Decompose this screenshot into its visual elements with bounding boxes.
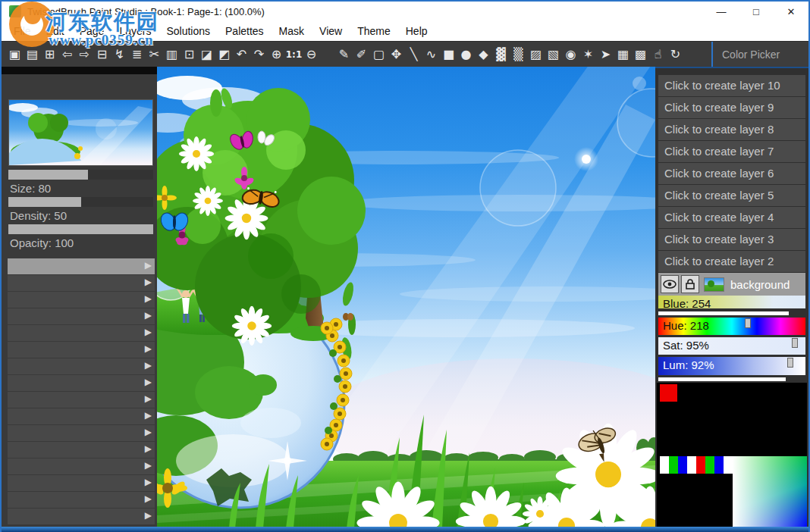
hue-slider[interactable]: Hue: 218 [658, 318, 805, 335]
brush-shortcut-row[interactable]: ▶ [8, 358, 155, 374]
lum-slider[interactable]: Lum: 92% [658, 357, 805, 375]
menu-item-help[interactable]: Help [398, 23, 435, 39]
menu-item-edit[interactable]: Edit [39, 23, 72, 39]
blue-slider[interactable]: Blue: 254 [658, 296, 805, 308]
menu-item-mask[interactable]: Mask [272, 23, 312, 39]
crop-icon[interactable]: ▢ [370, 45, 388, 64]
open-page-icon[interactable]: ⊞ [41, 45, 58, 64]
brush-shortcut-row[interactable]: ▶ [8, 475, 155, 491]
paste-icon[interactable]: ⊡ [181, 45, 198, 64]
color-swatch[interactable] [687, 456, 696, 474]
maximize-button[interactable]: □ [739, 2, 774, 21]
brush-preview-image[interactable] [8, 99, 153, 166]
color-picker-area[interactable] [657, 383, 807, 528]
paint-brush-icon[interactable]: ✎ [335, 45, 353, 64]
ellipse-select-icon[interactable]: ● [457, 45, 475, 64]
layer-slot[interactable]: Click to create layer 5 [658, 185, 805, 206]
sat-slider-handle[interactable] [792, 338, 798, 348]
menu-item-palettes[interactable]: Palettes [218, 23, 272, 39]
sat-slider[interactable]: Sat: 95% [658, 337, 805, 355]
layer-slot[interactable]: Click to create layer 10 [658, 75, 805, 96]
clone-icon[interactable]: ◩ [215, 45, 233, 64]
brush-shortcut-row[interactable]: ▶ [8, 509, 155, 524]
size-slider[interactable] [8, 170, 153, 180]
menu-item-solutions[interactable]: Solutions [159, 23, 218, 39]
layer-slot[interactable]: Click to create layer 2 [658, 251, 805, 272]
pattern-corner-icon[interactable]: ▧ [545, 45, 562, 64]
eyedropper-icon[interactable]: ✐ [353, 45, 370, 64]
current-color-swatch[interactable] [660, 384, 677, 402]
prev-page-icon[interactable]: ⇦ [58, 45, 76, 64]
opacity-slider[interactable] [8, 224, 153, 234]
saturation-luminance-picker[interactable] [733, 456, 807, 528]
hue-slider-handle[interactable] [745, 318, 751, 328]
layer-visibility-button[interactable] [661, 275, 679, 293]
brush-shortcut-row[interactable]: ▶ [8, 375, 155, 391]
brush-shortcut-row[interactable]: ▶ [8, 442, 155, 458]
pattern-circle-icon[interactable]: ◉ [562, 45, 579, 64]
color-swatch[interactable] [714, 456, 724, 474]
menu-item-layers[interactable]: Layers [111, 23, 159, 39]
zoom-out-icon[interactable]: ⊖ [303, 45, 320, 64]
magic-wand-icon[interactable]: ✶ [579, 45, 597, 64]
line-icon[interactable]: ╲ [405, 45, 422, 64]
lum-slider-handle[interactable] [787, 358, 793, 368]
pattern-ellipse-icon[interactable]: ▨ [527, 45, 545, 64]
cut-icon[interactable]: ✂ [146, 45, 163, 64]
fill-icon[interactable]: ◆ [475, 45, 492, 64]
layer-lock-button[interactable] [681, 275, 699, 293]
next-page-icon[interactable]: ⇨ [76, 45, 93, 64]
color-swatch[interactable] [660, 456, 669, 474]
density-slider[interactable] [8, 197, 153, 207]
script-list-icon[interactable]: ≣ [128, 45, 146, 64]
close-button[interactable]: ✕ [774, 2, 808, 21]
color-swatch[interactable] [678, 456, 687, 474]
add-page-icon[interactable]: ⊟ [93, 45, 111, 64]
menu-item-page[interactable]: Page [72, 23, 112, 39]
undo-icon[interactable]: ↶ [233, 45, 250, 64]
color-swatch[interactable] [696, 456, 705, 474]
grid-paste-icon[interactable]: ▩ [632, 45, 649, 64]
pan-hand-icon[interactable]: ☝ [649, 45, 667, 64]
layer-slot[interactable]: Click to create layer 9 [658, 97, 805, 118]
brush-shortcut-row[interactable]: ▶ [8, 275, 155, 291]
brush-shortcut-row[interactable]: ▶ [8, 308, 155, 324]
save-icon[interactable]: ▣ [6, 45, 24, 64]
brush-shortcut-row[interactable]: ▶ [8, 292, 155, 308]
layer-slot[interactable]: Click to create layer 4 [658, 207, 805, 228]
rect-select-icon[interactable]: ■ [440, 45, 457, 64]
minimize-button[interactable]: — [704, 2, 739, 21]
rotate-view-icon[interactable]: ↻ [667, 45, 684, 64]
grid-copy-icon[interactable]: ▦ [614, 45, 632, 64]
actual-size-icon[interactable]: 1:1 [285, 45, 303, 64]
canvas[interactable] [157, 67, 655, 528]
background-layer-row[interactable]: background [658, 273, 805, 296]
layer-slot[interactable]: Click to create layer 7 [658, 141, 805, 162]
color-picker-panel-header[interactable]: Color Picker [711, 42, 808, 67]
brush-shortcut-row[interactable]: ▶ [8, 392, 155, 408]
warp-icon[interactable]: ➤ [597, 45, 614, 64]
color-swatch[interactable] [724, 456, 733, 474]
menu-item-view[interactable]: View [312, 23, 350, 39]
move-icon[interactable]: ✥ [388, 45, 405, 64]
pattern-rect-icon[interactable]: ▒ [510, 45, 527, 64]
color-swatch[interactable] [669, 456, 678, 474]
brush-shortcut-row[interactable]: ▶ [8, 408, 155, 424]
brush-shortcut-row[interactable]: ▶ [8, 258, 155, 274]
layer-slot[interactable]: Click to create layer 6 [658, 163, 805, 184]
eraser-icon[interactable]: ◪ [198, 45, 215, 64]
brush-shortcut-row[interactable]: ▶ [8, 325, 155, 341]
color-swatch[interactable] [705, 456, 714, 474]
brush-shortcut-row[interactable]: ▶ [8, 425, 155, 441]
gradient-icon[interactable]: ▓ [492, 45, 510, 64]
layer-slot[interactable]: Click to create layer 3 [658, 229, 805, 250]
menu-item-theme[interactable]: Theme [350, 23, 398, 39]
brush-shortcut-row[interactable]: ▶ [8, 342, 155, 358]
zoom-in-icon[interactable]: ⊕ [268, 45, 285, 64]
layer-slot[interactable]: Click to create layer 8 [658, 119, 805, 140]
effects-icon[interactable]: ↯ [111, 45, 128, 64]
brush-shortcut-row[interactable]: ▶ [8, 458, 155, 474]
book-pages-icon[interactable]: ▤ [24, 45, 41, 64]
redo-icon[interactable]: ↷ [250, 45, 268, 64]
copy-icon[interactable]: ▥ [163, 45, 181, 64]
